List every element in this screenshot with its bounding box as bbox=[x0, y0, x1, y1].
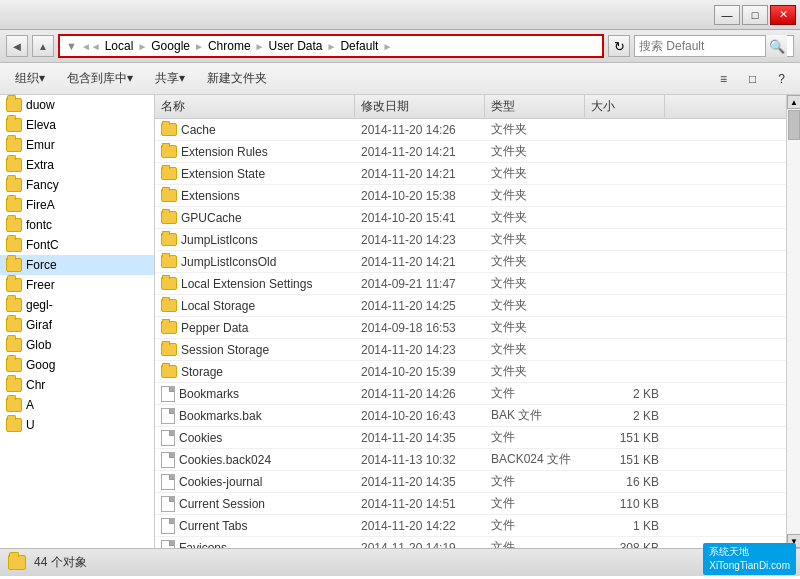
col-size[interactable]: 大小 bbox=[585, 95, 665, 118]
file-row[interactable]: Cookies.back0242014-11-13 10:32BACK024 文… bbox=[155, 449, 786, 471]
sidebar-item-3[interactable]: Extra bbox=[0, 155, 154, 175]
col-type[interactable]: 类型 bbox=[485, 95, 585, 118]
file-row[interactable]: Session Storage2014-11-20 14:23文件夹 bbox=[155, 339, 786, 361]
sidebar-item-11[interactable]: Giraf bbox=[0, 315, 154, 335]
close-button[interactable]: ✕ bbox=[770, 5, 796, 25]
file-row[interactable]: Current Tabs2014-11-20 14:22文件1 KB bbox=[155, 515, 786, 537]
file-name-15: Cookies.back024 bbox=[155, 450, 355, 470]
file-date-0: 2014-11-20 14:26 bbox=[355, 121, 485, 139]
file-row[interactable]: Extension State2014-11-20 14:21文件夹 bbox=[155, 163, 786, 185]
sidebar-item-5[interactable]: FireA bbox=[0, 195, 154, 215]
maximize-button[interactable]: □ bbox=[742, 5, 768, 25]
view-icon[interactable]: ≡ bbox=[713, 69, 734, 89]
file-icon bbox=[161, 386, 175, 402]
scrollbar[interactable]: ▲ ▼ bbox=[786, 95, 800, 548]
sidebar-folder-icon-2 bbox=[6, 138, 22, 152]
sidebar-item-1[interactable]: Eleva bbox=[0, 115, 154, 135]
file-icon bbox=[161, 430, 175, 446]
sidebar-item-16[interactable]: U bbox=[0, 415, 154, 435]
file-name-10: Session Storage bbox=[155, 341, 355, 359]
file-row[interactable]: Local Storage2014-11-20 14:25文件夹 bbox=[155, 295, 786, 317]
file-row[interactable]: Cookies-journal2014-11-20 14:35文件16 KB bbox=[155, 471, 786, 493]
sidebar-item-14[interactable]: Chr bbox=[0, 375, 154, 395]
file-name-text-16: Cookies-journal bbox=[179, 475, 262, 489]
up-button[interactable]: ▲ bbox=[32, 35, 54, 57]
sidebar-item-label-10: gegl- bbox=[26, 298, 53, 312]
sidebar-item-10[interactable]: gegl- bbox=[0, 295, 154, 315]
file-name-text-19: Favicons bbox=[179, 541, 227, 549]
toolbar: 组织▾ 包含到库中▾ 共享▾ 新建文件夹 ≡ □ ? bbox=[0, 63, 800, 95]
refresh-button[interactable]: ↻ bbox=[608, 35, 630, 57]
scroll-thumb[interactable] bbox=[788, 110, 800, 140]
file-name-12: Bookmarks bbox=[155, 384, 355, 404]
sidebar-item-8[interactable]: Force bbox=[0, 255, 154, 275]
file-list: 名称 修改日期 类型 大小 Cache2014-11-20 14:26文件夹Ex… bbox=[155, 95, 786, 548]
sidebar-item-12[interactable]: Glob bbox=[0, 335, 154, 355]
col-name[interactable]: 名称 bbox=[155, 95, 355, 118]
folder-icon bbox=[161, 321, 177, 334]
sidebar-item-15[interactable]: A bbox=[0, 395, 154, 415]
search-input[interactable] bbox=[635, 39, 765, 53]
file-row[interactable]: Bookmarks.bak2014-10-20 16:43BAK 文件2 KB bbox=[155, 405, 786, 427]
file-date-4: 2014-10-20 15:41 bbox=[355, 209, 485, 227]
help-icon[interactable]: ? bbox=[771, 69, 792, 89]
sidebar-item-label-0: duow bbox=[26, 98, 55, 112]
organize-button[interactable]: 组织▾ bbox=[8, 67, 52, 90]
file-type-0: 文件夹 bbox=[485, 119, 585, 140]
sidebar-item-label-16: U bbox=[26, 418, 35, 432]
folder-icon bbox=[161, 145, 177, 158]
file-row[interactable]: Local Extension Settings2014-09-21 11:47… bbox=[155, 273, 786, 295]
path-sep-1: ◄◄ bbox=[81, 41, 101, 52]
sidebar-item-0[interactable]: duow bbox=[0, 95, 154, 115]
folder-icon bbox=[161, 167, 177, 180]
folder-icon bbox=[161, 255, 177, 268]
sidebar-item-7[interactable]: FontC bbox=[0, 235, 154, 255]
file-size-8 bbox=[585, 304, 665, 308]
file-date-9: 2014-09-18 16:53 bbox=[355, 319, 485, 337]
search-icon[interactable]: 🔍 bbox=[765, 35, 787, 57]
view-icon2[interactable]: □ bbox=[742, 69, 763, 89]
file-name-text-0: Cache bbox=[181, 123, 216, 137]
file-row[interactable]: Storage2014-10-20 15:39文件夹 bbox=[155, 361, 786, 383]
search-box[interactable]: 🔍 bbox=[634, 35, 794, 57]
back-button[interactable]: ◄ bbox=[6, 35, 28, 57]
window-controls[interactable]: — □ ✕ bbox=[714, 5, 796, 25]
file-row[interactable]: Bookmarks2014-11-20 14:26文件2 KB bbox=[155, 383, 786, 405]
scroll-up[interactable]: ▲ bbox=[787, 95, 800, 109]
watermark: 系统天地 XiTongTianDi.com bbox=[703, 543, 796, 575]
file-row[interactable]: Cache2014-11-20 14:26文件夹 bbox=[155, 119, 786, 141]
sidebar-item-6[interactable]: fontc bbox=[0, 215, 154, 235]
file-icon bbox=[161, 452, 175, 468]
sidebar-folder-icon-3 bbox=[6, 158, 22, 172]
file-row[interactable]: JumpListIcons2014-11-20 14:23文件夹 bbox=[155, 229, 786, 251]
file-row[interactable]: Pepper Data2014-09-18 16:53文件夹 bbox=[155, 317, 786, 339]
include-button[interactable]: 包含到库中▾ bbox=[60, 67, 140, 90]
file-row[interactable]: Extensions2014-10-20 15:38文件夹 bbox=[155, 185, 786, 207]
file-date-11: 2014-10-20 15:39 bbox=[355, 363, 485, 381]
file-type-9: 文件夹 bbox=[485, 317, 585, 338]
file-row[interactable]: JumpListIconsOld2014-11-20 14:21文件夹 bbox=[155, 251, 786, 273]
col-date[interactable]: 修改日期 bbox=[355, 95, 485, 118]
file-name-text-14: Cookies bbox=[179, 431, 222, 445]
file-row[interactable]: GPUCache2014-10-20 15:41文件夹 bbox=[155, 207, 786, 229]
sidebar-item-4[interactable]: Fancy bbox=[0, 175, 154, 195]
file-row[interactable]: Cookies2014-11-20 14:35文件151 KB bbox=[155, 427, 786, 449]
address-box[interactable]: ▼ ◄◄ Local ► Google ► Chrome ► User Data… bbox=[58, 34, 604, 58]
sep-2: ► bbox=[194, 41, 204, 52]
file-row[interactable]: Extension Rules2014-11-20 14:21文件夹 bbox=[155, 141, 786, 163]
folder-icon bbox=[161, 233, 177, 246]
file-row[interactable]: Current Session2014-11-20 14:51文件110 KB bbox=[155, 493, 786, 515]
scroll-track[interactable] bbox=[787, 109, 800, 534]
file-name-text-8: Local Storage bbox=[181, 299, 255, 313]
sidebar-item-2[interactable]: Emur bbox=[0, 135, 154, 155]
file-row[interactable]: Favicons2014-11-20 14:19文件308 KB bbox=[155, 537, 786, 548]
minimize-button[interactable]: — bbox=[714, 5, 740, 25]
file-date-6: 2014-11-20 14:21 bbox=[355, 253, 485, 271]
sidebar-item-9[interactable]: Freer bbox=[0, 275, 154, 295]
file-name-text-3: Extensions bbox=[181, 189, 240, 203]
share-button[interactable]: 共享▾ bbox=[148, 67, 192, 90]
file-icon bbox=[161, 496, 175, 512]
file-name-5: JumpListIcons bbox=[155, 231, 355, 249]
new-folder-button[interactable]: 新建文件夹 bbox=[200, 67, 274, 90]
sidebar-item-13[interactable]: Goog bbox=[0, 355, 154, 375]
